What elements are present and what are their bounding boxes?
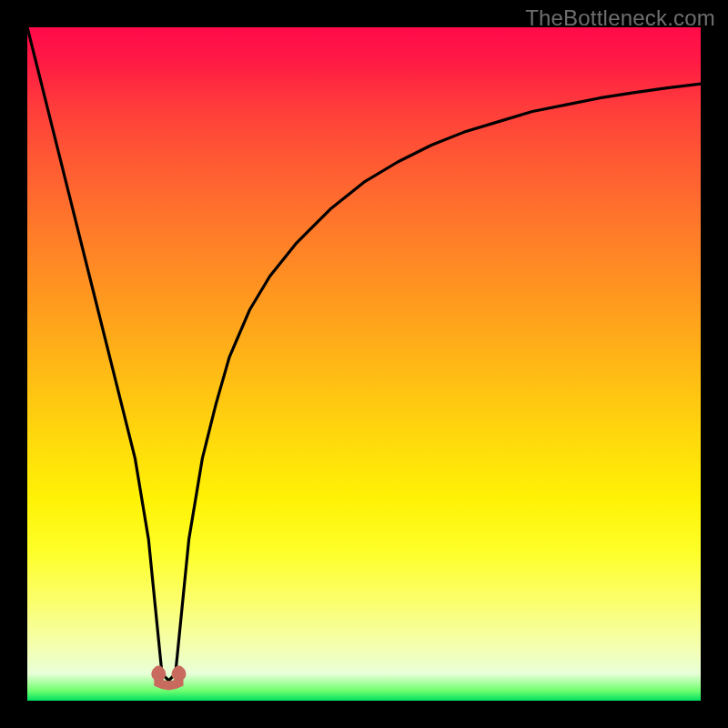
min-marker-group — [151, 666, 186, 685]
plot-area — [27, 27, 701, 701]
min-marker-dot — [172, 666, 187, 681]
chart-frame: TheBottleneck.com — [0, 0, 728, 728]
min-marker-dot — [151, 666, 166, 681]
bottleneck-curve — [27, 27, 701, 681]
curve-layer — [27, 27, 701, 701]
watermark-text: TheBottleneck.com — [525, 5, 715, 31]
